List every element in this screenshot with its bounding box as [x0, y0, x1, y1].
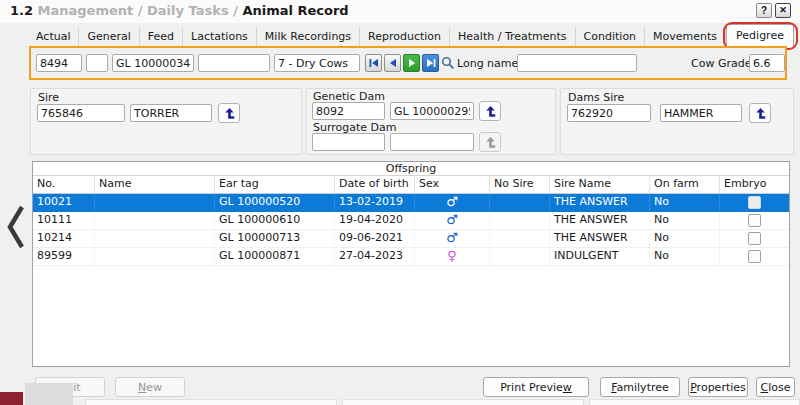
column-header-sex[interactable]: Sex — [415, 176, 490, 193]
cell-no: 10111 — [33, 212, 95, 229]
cell-no: 89599 — [33, 248, 95, 265]
tab-pedigree[interactable]: Pedigree — [726, 24, 794, 48]
page-title: Animal Record — [242, 3, 348, 18]
group-field[interactable] — [274, 54, 360, 72]
nav-previous-button[interactable] — [384, 54, 401, 72]
tab-strip: Actual General Feed Lactations Milk Reco… — [28, 26, 794, 47]
properties-button[interactable]: Properties — [688, 377, 748, 397]
sire-name-field[interactable] — [130, 104, 212, 122]
embryo-checkbox[interactable] — [748, 232, 761, 245]
ear-tag-field[interactable] — [112, 54, 194, 72]
cell-sire_name: THE ANSWER — [550, 212, 650, 229]
tab-milk-recordings[interactable]: Milk Recordings — [257, 27, 360, 47]
embryo-checkbox[interactable] — [748, 214, 761, 227]
table-row[interactable]: 89599GL 10000087127-04-2023♀INDULGENTNo — [33, 248, 789, 266]
column-header-no[interactable]: No. — [33, 176, 95, 193]
search-animal-button[interactable] — [439, 54, 456, 72]
tab-health-treatments[interactable]: Health / Treatments — [450, 27, 576, 47]
cell-on_farm: No — [650, 248, 720, 265]
cell-ear_tag: GL 100000871 — [215, 248, 335, 265]
dams-sire-panel: Dams Sire — [560, 88, 794, 155]
cell-sire_name: THE ANSWER — [550, 230, 650, 247]
dams-sire-name-field[interactable] — [660, 104, 742, 122]
familytree-button[interactable]: Familytree — [600, 377, 680, 397]
tab-general[interactable]: General — [79, 27, 139, 47]
cell-no_sire — [490, 212, 550, 229]
cell-embryo — [720, 248, 789, 265]
cell-date_of_birth: 27-04-2023 — [335, 248, 415, 265]
genetic-dam-name-field[interactable] — [390, 102, 474, 120]
background-window-fragment — [0, 392, 23, 405]
goto-dams-sire-button[interactable] — [749, 103, 771, 123]
genetic-dam-number-field[interactable] — [312, 102, 385, 120]
female-icon: ♀ — [415, 248, 490, 265]
tab-reproduction[interactable]: Reproduction — [360, 27, 450, 47]
cell-name — [95, 248, 215, 265]
embryo-checkbox[interactable] — [748, 250, 761, 263]
table-row[interactable]: 10021GL 10000052013-02-2019♂THE ANSWERNo — [33, 194, 789, 212]
column-header-name[interactable]: Name — [95, 176, 215, 193]
cell-date_of_birth: 19-04-2020 — [335, 212, 415, 229]
nav-last-button[interactable] — [422, 54, 439, 72]
goto-genetic-dam-button[interactable] — [479, 101, 501, 121]
cell-no: 10021 — [33, 194, 95, 211]
male-icon: ♂ — [415, 194, 490, 211]
column-header-date-of-birth[interactable]: Date of birth — [335, 176, 415, 193]
surrogate-dam-name-field[interactable] — [390, 133, 474, 151]
cell-name — [95, 212, 215, 229]
surrogate-dam-number-field[interactable] — [312, 133, 385, 151]
table-row[interactable]: 10214GL 10000071309-06-2021♂THE ANSWERNo — [33, 230, 789, 248]
offspring-header: No. Name Ear tag Date of birth Sex No Si… — [33, 175, 789, 194]
cell-embryo — [720, 212, 789, 229]
cell-no: 10214 — [33, 230, 95, 247]
close-button[interactable]: Close — [756, 377, 795, 397]
goto-sire-button[interactable] — [218, 103, 240, 123]
animal-aux-field[interactable] — [86, 54, 108, 72]
cell-ear_tag: GL 100000713 — [215, 230, 335, 247]
tab-lactations[interactable]: Lactations — [183, 27, 257, 47]
column-header-on-farm[interactable]: On farm — [650, 176, 720, 193]
column-header-embryo[interactable]: Embryo — [720, 176, 789, 193]
male-icon: ♂ — [415, 230, 490, 247]
animal-name-field[interactable] — [198, 54, 270, 72]
nav-first-button[interactable] — [365, 54, 382, 72]
cell-on_farm: No — [650, 194, 720, 211]
help-button[interactable]: ? — [756, 3, 772, 18]
nav-next-icon — [407, 58, 417, 68]
background-window-fragment — [85, 399, 337, 405]
breadcrumb-number: 1.2 — [10, 3, 33, 18]
background-window-fragment — [25, 383, 73, 405]
nav-next-button[interactable] — [403, 54, 420, 72]
sire-panel: Sire — [30, 88, 302, 155]
collapse-panel-arrow[interactable] — [5, 202, 27, 252]
nav-previous-icon — [388, 58, 398, 68]
column-header-ear-tag[interactable]: Ear tag — [215, 176, 335, 193]
embryo-checkbox[interactable] — [748, 196, 761, 209]
breadcrumb-path[interactable]: Management / Daily Tasks / — [38, 3, 238, 18]
cell-date_of_birth: 09-06-2021 — [335, 230, 415, 247]
tab-actual[interactable]: Actual — [28, 27, 79, 47]
tab-movements[interactable]: Movements — [645, 27, 726, 47]
nav-last-icon — [426, 58, 436, 68]
table-row[interactable]: 10111GL 10000061019-04-2020♂THE ANSWERNo — [33, 212, 789, 230]
new-button[interactable]: New — [115, 377, 185, 397]
cow-grade-field[interactable] — [749, 54, 785, 72]
animal-number-field[interactable] — [36, 54, 82, 72]
close-window-button[interactable]: ✕ — [775, 3, 791, 18]
goto-surrogate-dam-button[interactable] — [479, 132, 501, 152]
long-name-field[interactable] — [517, 54, 637, 72]
print-preview-button[interactable]: Print Preview — [483, 377, 589, 397]
animal-nav-bar: Long name Cow Grade — [29, 46, 787, 80]
background-window-fragment — [589, 399, 800, 405]
sire-number-field[interactable] — [37, 104, 125, 122]
column-header-sire-name[interactable]: Sire Name — [550, 176, 650, 193]
tab-feed[interactable]: Feed — [140, 27, 183, 47]
column-header-no-sire[interactable]: No Sire — [490, 176, 550, 193]
cell-ear_tag: GL 100000520 — [215, 194, 335, 211]
chevron-left-icon — [5, 202, 27, 252]
animal-record-window: 1.2 Management / Daily Tasks / Animal Re… — [0, 0, 800, 405]
tab-condition[interactable]: Condition — [576, 27, 646, 47]
cell-ear_tag: GL 100000610 — [215, 212, 335, 229]
long-name-label: Long name — [457, 57, 518, 70]
dams-sire-number-field[interactable] — [567, 104, 651, 122]
